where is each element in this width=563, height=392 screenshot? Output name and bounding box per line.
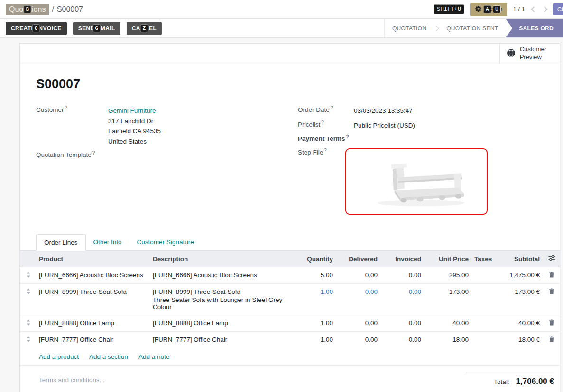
cell-delivered[interactable]: 0.00 <box>336 284 380 315</box>
customer-link[interactable]: Gemini Furniture <box>108 107 156 114</box>
tab-order-lines[interactable]: Order Lines <box>36 234 86 251</box>
drag-handle-icon[interactable] <box>26 272 30 279</box>
fields-left-column: Customer? Gemini Furniture 317 Fairchild… <box>36 106 279 219</box>
sheet-header: Customer Preview <box>20 44 560 64</box>
pager-next-icon[interactable] <box>542 6 548 12</box>
cell-quantity[interactable]: 1.00 <box>292 284 336 315</box>
shortcut-badge-q: Q <box>32 24 40 33</box>
customer-preview-label: Customer Preview <box>520 46 546 62</box>
drag-handle-icon[interactable] <box>26 319 30 327</box>
table-row: [FURN_8888] Office Lamp [FURN_8888] Offi… <box>20 315 561 332</box>
help-icon: ? <box>331 105 333 110</box>
gear-icon <box>475 5 482 14</box>
cell-delivered[interactable]: 0.00 <box>336 267 380 284</box>
table-row: [FURN_7777] Office Chair [FURN_7777] Off… <box>20 332 561 348</box>
order-date-field: Order Date? 03/03/2023 13:35:47 <box>298 106 544 116</box>
customer-preview-button[interactable]: Customer Preview <box>499 44 560 64</box>
cell-product[interactable]: [FURN_6666] Acoustic Bloc Screens <box>36 267 150 284</box>
pricelist-value[interactable]: Public Pricelist (USD) <box>354 120 415 131</box>
add-a-section-link[interactable]: Add a section <box>89 353 128 360</box>
cancel-button[interactable]: CANCEL Z <box>127 22 162 35</box>
table-row: [FURN_8999] Three-Seat Sofa [FURN_8999] … <box>20 284 561 315</box>
shortcut-badge-a: A <box>483 5 491 14</box>
close-button[interactable]: Cl <box>553 3 563 15</box>
delete-row-icon[interactable] <box>549 319 554 327</box>
tab-other-info[interactable]: Other Info <box>86 234 129 250</box>
cell-taxes[interactable] <box>471 315 493 332</box>
optional-columns-button[interactable] <box>543 251 561 267</box>
action-menu-button[interactable]: Action A U <box>470 3 508 16</box>
send-email-button[interactable]: SEND EMAIL G <box>73 22 120 35</box>
breadcrumb-separator: / <box>52 5 54 14</box>
shortcut-badge-u: U <box>493 5 501 14</box>
order-date-label: Order Date? <box>298 106 354 113</box>
cell-quantity[interactable]: 1.00 <box>292 332 336 348</box>
step-file-image[interactable] <box>345 148 488 215</box>
help-icon: ? <box>65 105 68 110</box>
invoiced-column-header: Invoiced <box>380 251 424 267</box>
product-column-header: Product <box>36 251 150 267</box>
add-a-product-link[interactable]: Add a product <box>39 353 79 360</box>
step-file-3d-render <box>352 152 480 211</box>
tab-customer-signature[interactable]: Customer Signature <box>129 234 202 250</box>
quantity-column-header: Quantity <box>292 251 336 267</box>
subtotal-column-header: Subtotal <box>493 251 543 267</box>
breadcrumb-current: S00007 <box>57 5 83 14</box>
breadcrumb-bar: Quotations B / S00007 SHIFT+U Action A U… <box>0 0 563 19</box>
cell-invoiced[interactable]: 0.00 <box>380 267 424 284</box>
cell-invoiced[interactable]: 0.00 <box>380 315 424 332</box>
delete-row-icon[interactable] <box>549 336 554 344</box>
cell-subtotal: 40.00 € <box>493 315 543 332</box>
cell-unit-price[interactable]: 295.00 <box>424 267 471 284</box>
shortcut-badge-z: Z <box>140 24 148 33</box>
cell-description[interactable]: [FURN_6666] Acoustic Bloc Screens <box>150 267 292 284</box>
payment-terms-field: Payment Terms? <box>298 135 544 142</box>
handle-column-header <box>20 251 36 267</box>
cell-invoiced[interactable]: 0.00 <box>380 332 424 348</box>
cell-quantity[interactable]: 1.00 <box>292 315 336 332</box>
delete-row-icon[interactable] <box>549 288 554 296</box>
add-a-note-link[interactable]: Add a note <box>138 353 169 360</box>
shortcut-badge-b: B <box>23 5 31 14</box>
cell-subtotal: 173.00 € <box>493 284 543 315</box>
customer-field-value: Gemini Furniture 317 Fairchild Dr Fairfi… <box>108 106 161 146</box>
cell-taxes[interactable] <box>471 267 493 284</box>
terms-and-conditions-input[interactable]: Terms and conditions... <box>39 376 105 383</box>
drag-handle-icon[interactable] <box>26 288 30 296</box>
delete-row-icon[interactable] <box>549 272 554 279</box>
control-panel: CREATE INVOICE Q SEND EMAIL G CANCEL Z Q… <box>0 19 563 38</box>
help-icon: ? <box>92 150 95 155</box>
drag-handle-icon[interactable] <box>26 336 30 344</box>
cell-product[interactable]: [FURN_8999] Three-Seat Sofa <box>36 284 150 315</box>
cell-unit-price[interactable]: 173.00 <box>424 284 471 315</box>
cell-unit-price[interactable]: 40.00 <box>424 315 471 332</box>
cell-delivered[interactable]: 0.00 <box>336 332 380 348</box>
delivered-column-header: Delivered <box>336 251 380 267</box>
cell-taxes[interactable] <box>471 332 493 348</box>
cell-description[interactable]: [FURN_8999] Three-Seat Sofa Three Seater… <box>150 284 292 315</box>
sheet-bottom: Terms and conditions... Total: 1,706.00 … <box>20 366 560 386</box>
cell-description[interactable]: [FURN_8888] Office Lamp <box>150 315 292 332</box>
cell-product[interactable]: [FURN_8888] Office Lamp <box>36 315 150 332</box>
cell-quantity[interactable]: 5.00 <box>292 267 336 284</box>
order-date-value[interactable]: 03/03/2023 13:35:47 <box>354 106 413 116</box>
customer-address-line1: 317 Fairchild Dr <box>108 116 161 127</box>
status-quotation-sent[interactable]: QUOTATION SENT <box>439 19 506 37</box>
customer-address-line3: United States <box>108 137 161 147</box>
cell-taxes[interactable] <box>471 284 493 315</box>
cell-unit-price[interactable]: 18.00 <box>424 332 471 348</box>
cell-delivered[interactable]: 0.00 <box>336 315 380 332</box>
pager-previous-icon[interactable] <box>531 6 537 12</box>
cell-description[interactable]: [FURN_7777] Office Chair <box>150 332 292 348</box>
breadcrumb-quotations-link[interactable]: Quotations B <box>6 4 49 15</box>
record-pager: 1 / 1 <box>513 6 546 13</box>
breadcrumb: Quotations B / S00007 <box>6 4 83 15</box>
status-quotation[interactable]: QUOTATION <box>385 19 434 37</box>
cell-invoiced[interactable]: 0.00 <box>380 284 424 315</box>
status-sales-order[interactable]: SALES ORD <box>506 19 563 37</box>
payment-terms-label: Payment Terms? <box>298 135 354 142</box>
statusbar: QUOTATION QUOTATION SENT SALES ORD <box>384 19 563 37</box>
help-icon: ? <box>346 134 349 139</box>
create-invoice-button[interactable]: CREATE INVOICE Q <box>6 22 67 35</box>
cell-product[interactable]: [FURN_7777] Office Chair <box>36 332 150 348</box>
